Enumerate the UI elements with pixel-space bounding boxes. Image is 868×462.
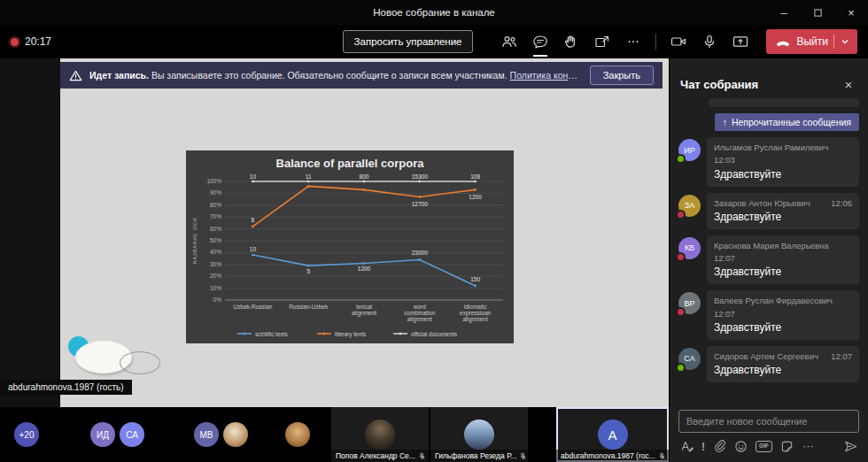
camera-icon <box>670 35 686 49</box>
svg-text:12700: 12700 <box>412 201 428 207</box>
chart-title: Balance of parallel corpora <box>190 157 510 170</box>
sticker-icon[interactable] <box>780 440 794 453</box>
privacy-policy-link[interactable]: Политика конфиденциальности <box>510 70 583 81</box>
video-tile[interactable]: Гильфанова Резеда Р... <box>430 407 528 462</box>
presenter-name-label: abdurahmonova.1987 (гость) <box>0 380 132 395</box>
svg-text:150: 150 <box>470 276 480 282</box>
chat-message[interactable]: ВР Валеев Руслан Фирдавесович 12:07 Здра… <box>678 290 859 340</box>
message-header: Ильгамов Руслан Рамилевич 12:03 <box>714 142 852 167</box>
participant-avatar[interactable]: МВ <box>194 422 219 447</box>
message-author: Валеев Руслан Фирдавесович <box>714 295 833 307</box>
breakout-rooms-button[interactable] <box>589 28 616 55</box>
camera-button[interactable] <box>665 28 692 55</box>
chat-message[interactable]: ЗА Захаров Антон Юрьевич 12:06 Здравству… <box>678 193 859 229</box>
chat-icon <box>532 35 548 49</box>
tile-name-bar: abdurahmonova.1987 (гос... <box>556 450 669 462</box>
leave-divider <box>833 35 834 49</box>
mic-button[interactable] <box>696 28 723 55</box>
message-time: 12:06 <box>831 197 852 210</box>
message-author: Сидоров Артем Сергеевич <box>714 350 818 363</box>
participant-avatar[interactable]: СА <box>120 422 144 447</box>
svg-text:lexicalalignment: lexicalalignment <box>352 304 376 317</box>
partial-message-card <box>709 98 859 107</box>
unread-messages-pill[interactable]: ↑ Непрочитанные сообщения <box>715 113 859 131</box>
banner-body-text: Вы записываете это собрание. Обязательно… <box>151 70 508 81</box>
leave-button[interactable]: Выйти <box>766 29 857 54</box>
chat-button[interactable] <box>527 28 554 55</box>
chat-message[interactable]: ИР Ильгамов Руслан Рамилевич 12:03 Здрав… <box>678 137 859 187</box>
av-controls-group <box>665 28 754 55</box>
presence-dot <box>676 154 686 164</box>
avatar: ИР <box>678 139 701 161</box>
participant-avatar[interactable]: +20 <box>14 422 39 447</box>
svg-text:90%: 90% <box>210 189 221 196</box>
chat-close-icon[interactable]: × <box>840 78 857 91</box>
gif-icon[interactable]: GIF <box>756 441 772 452</box>
priority-icon[interactable]: ! <box>701 442 705 452</box>
people-icon <box>501 35 517 49</box>
minimize-button[interactable]: – <box>767 0 801 25</box>
tile-name-bar: Гильфанова Резеда Р... <box>430 450 528 462</box>
message-time: 12:07 <box>714 252 735 265</box>
attach-icon[interactable] <box>713 440 726 453</box>
request-control-button[interactable]: Запросить управление <box>343 30 474 53</box>
chevron-down-icon[interactable] <box>840 36 850 47</box>
participant-avatar <box>365 420 395 450</box>
maximize-button[interactable] <box>801 0 834 25</box>
message-header: Захаров Антон Юрьевич 12:06 <box>714 197 852 210</box>
message-author: Краснова Мария Валерьевна <box>714 240 828 252</box>
svg-text:idiomaticexpressioanalignment: idiomaticexpressioanalignment <box>460 304 491 323</box>
message-time: 12:07 <box>831 350 852 363</box>
send-button[interactable] <box>844 440 857 453</box>
arrow-up-icon: ↑ <box>723 117 727 127</box>
banner-close-button[interactable]: Закрыть <box>590 65 654 85</box>
participants-button[interactable] <box>496 28 523 55</box>
svg-text:official documents: official documents <box>411 331 458 337</box>
svg-text:80%: 80% <box>210 202 221 208</box>
svg-text:10%: 10% <box>210 285 221 291</box>
participant-name: Попов Александр Се... <box>336 451 415 460</box>
video-tile[interactable]: А abdurahmonova.1987 (гос... <box>556 407 669 462</box>
svg-text:15300: 15300 <box>412 173 428 180</box>
participant-avatar[interactable]: ИД <box>90 422 115 447</box>
raise-hand-button[interactable] <box>558 28 585 55</box>
raise-hand-icon <box>563 35 579 49</box>
video-tile[interactable]: Попов Александр Се... <box>331 407 429 462</box>
svg-text:800: 800 <box>360 173 369 180</box>
avatar: ЗА <box>678 195 701 217</box>
participant-name: Гильфанова Резеда Р... <box>435 451 516 460</box>
maximize-icon <box>814 9 822 17</box>
presence-dot <box>676 363 686 373</box>
avatar: СА <box>678 348 701 370</box>
svg-text:0%: 0% <box>213 296 222 303</box>
close-button[interactable]: × <box>834 0 868 25</box>
recording-banner-text: Идет запись.Вы записываете это собрание.… <box>89 70 583 81</box>
chat-message[interactable]: КВ Краснова Мария Валерьевна 12:07 Здрав… <box>678 235 859 285</box>
more-compose-icon[interactable] <box>802 440 815 453</box>
recording-dot-icon <box>11 38 19 46</box>
participant-avatar[interactable] <box>285 422 310 447</box>
message-header: Валеев Руслан Фирдавесович 12:07 <box>714 295 852 320</box>
chat-message[interactable]: СА Сидоров Артем Сергеевич 12:07 Здравст… <box>678 346 859 382</box>
message-text: Здравствуйте <box>714 168 852 181</box>
svg-text:wordcombinationalignment: wordcombinationalignment <box>404 304 435 323</box>
teams-window: Новое собрание в канале – × 20:17 Запрос… <box>0 0 868 462</box>
more-options-button[interactable] <box>620 28 647 55</box>
compose-toolbar: ! GIF <box>670 433 868 462</box>
new-message-input[interactable] <box>678 410 859 433</box>
message-time: 12:03 <box>714 154 735 166</box>
presence-dot <box>676 307 686 317</box>
message-text: Здравствуйте <box>714 364 852 376</box>
window-title: Новое собрание в канале <box>0 7 868 18</box>
emoji-icon[interactable] <box>734 440 748 453</box>
format-icon[interactable] <box>680 440 694 453</box>
message-card: Валеев Руслан Фирдавесович 12:07 Здравст… <box>707 290 859 340</box>
shared-slide: Balance of parallel corpora 100%90%80%70… <box>60 58 669 407</box>
unread-messages-label: Непрочитанные сообщения <box>732 117 851 127</box>
close-icon: × <box>848 6 855 19</box>
chart-plot: 100%90%80%70%60%50%40%30%20%10%0%НАЗВАНИ… <box>190 171 510 341</box>
participant-avatar[interactable] <box>223 422 248 447</box>
share-screen-button[interactable] <box>727 28 754 55</box>
message-text: Здравствуйте <box>714 321 852 334</box>
window-controls: – × <box>767 0 868 25</box>
